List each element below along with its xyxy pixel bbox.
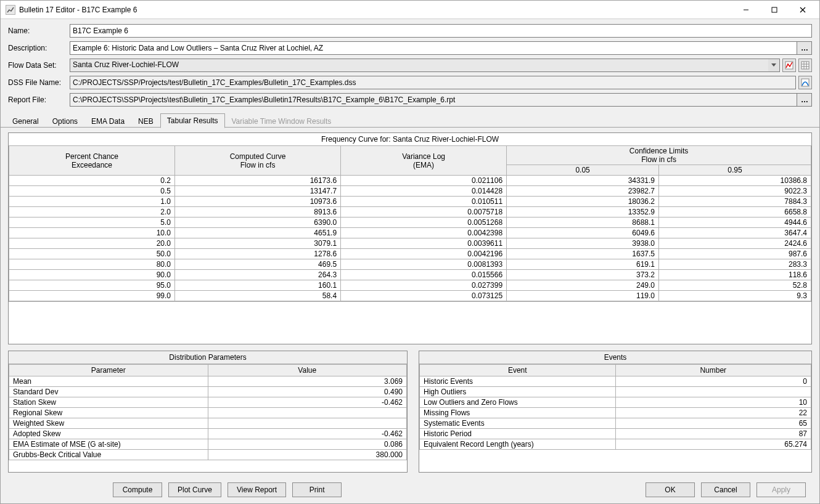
cell[interactable]: 80.0 <box>9 259 175 270</box>
cell[interactable]: 249.0 <box>507 280 659 291</box>
tab-ema-data[interactable]: EMA Data <box>84 114 131 128</box>
cell[interactable]: 0.0039611 <box>341 238 507 249</box>
cell[interactable]: 0.0081393 <box>341 259 507 270</box>
cell[interactable] <box>208 408 407 418</box>
table-row[interactable]: Adopted Skew-0.462 <box>9 429 407 439</box>
cell[interactable]: 13352.9 <box>507 207 659 217</box>
cell[interactable]: 0.073125 <box>341 291 507 301</box>
apply-button[interactable]: Apply <box>756 482 806 497</box>
flowset-combobox[interactable]: Santa Cruz River-Lochiel-FLOW <box>70 59 780 72</box>
cell[interactable]: 0.086 <box>208 439 407 450</box>
tab-general[interactable]: General <box>6 114 46 128</box>
table-row[interactable]: 1.010973.60.01051118036.27884.3 <box>9 197 811 207</box>
table-row[interactable]: EMA Estimate of MSE (G at-site)0.086 <box>9 439 407 450</box>
table-row[interactable]: Mean3.069 <box>9 376 407 387</box>
cell[interactable]: 3647.4 <box>659 228 811 238</box>
cell[interactable]: Standard Dev <box>9 387 208 397</box>
cell[interactable]: 0.2 <box>9 176 175 186</box>
cell[interactable]: 469.5 <box>175 259 341 270</box>
cell[interactable]: 3079.1 <box>175 238 341 249</box>
dssfile-dist-icon[interactable] <box>798 76 812 89</box>
cell[interactable]: 9022.3 <box>659 186 811 197</box>
tab-neb[interactable]: NEB <box>131 114 160 128</box>
cell[interactable]: Adopted Skew <box>9 429 208 439</box>
cell[interactable]: 0.015566 <box>341 270 507 280</box>
cell[interactable]: 65 <box>615 418 811 429</box>
cell[interactable]: 3938.0 <box>507 238 659 249</box>
table-row[interactable]: Standard Dev0.490 <box>9 387 407 397</box>
cell[interactable]: 118.6 <box>659 270 811 280</box>
ok-button[interactable]: OK <box>646 482 695 497</box>
cell[interactable]: 34331.9 <box>507 176 659 186</box>
cell[interactable]: 0 <box>615 376 811 387</box>
cell[interactable]: Systematic Events <box>420 418 616 429</box>
table-row[interactable]: 2.08913.60.007571813352.96658.8 <box>9 207 811 217</box>
cell[interactable]: 4944.6 <box>659 217 811 228</box>
cell[interactable]: 0.021106 <box>341 176 507 186</box>
view-report-button[interactable]: View Report <box>228 482 286 497</box>
cell[interactable]: 16173.6 <box>175 176 341 186</box>
reportfile-browse-button[interactable]: … <box>797 93 812 107</box>
minimize-button[interactable] <box>732 1 760 19</box>
cell[interactable]: 18036.2 <box>507 197 659 207</box>
cell[interactable]: 65.274 <box>615 439 811 450</box>
cell[interactable]: Missing Flows <box>420 408 616 418</box>
table-row[interactable]: 20.03079.10.00396113938.02424.6 <box>9 238 811 249</box>
compute-button[interactable]: Compute <box>113 482 162 497</box>
flowset-table-icon[interactable] <box>798 59 812 72</box>
cell[interactable]: 95.0 <box>9 280 175 291</box>
cell[interactable]: 119.0 <box>507 291 659 301</box>
cell[interactable]: 0.0051268 <box>341 217 507 228</box>
table-row[interactable]: Systematic Events65 <box>420 418 811 429</box>
cell[interactable]: 160.1 <box>175 280 341 291</box>
cell[interactable]: 10 <box>615 397 811 408</box>
plot-curve-button[interactable]: Plot Curve <box>168 482 221 497</box>
cell[interactable]: 264.3 <box>175 270 341 280</box>
cell[interactable]: EMA Estimate of MSE (G at-site) <box>9 439 208 450</box>
chevron-down-icon[interactable] <box>768 59 779 71</box>
close-button[interactable] <box>789 1 817 19</box>
cell[interactable] <box>615 387 811 397</box>
table-row[interactable]: 10.04651.90.00423986049.63647.4 <box>9 228 811 238</box>
table-row[interactable]: 50.01278.60.00421961637.5987.6 <box>9 249 811 259</box>
description-browse-button[interactable]: … <box>797 41 812 55</box>
cancel-button[interactable]: Cancel <box>701 482 750 497</box>
cell[interactable]: 0.0042398 <box>341 228 507 238</box>
cell[interactable]: 0.0075718 <box>341 207 507 217</box>
cell[interactable]: 6658.8 <box>659 207 811 217</box>
cell[interactable]: Historic Events <box>420 376 616 387</box>
tab-tabular-results[interactable]: Tabular Results <box>160 113 225 128</box>
description-input[interactable] <box>70 41 797 55</box>
cell[interactable]: 87 <box>615 429 811 439</box>
cell[interactable]: Equivalent Record Length (years) <box>420 439 616 450</box>
table-row[interactable]: Low Outliers and Zero Flows10 <box>420 397 811 408</box>
name-input[interactable] <box>70 24 812 38</box>
table-row[interactable]: Equivalent Record Length (years)65.274 <box>420 439 811 450</box>
table-row[interactable]: 0.216173.60.02110634331.910386.8 <box>9 176 811 186</box>
cell[interactable]: 0.0042196 <box>341 249 507 259</box>
cell[interactable]: Weighted Skew <box>9 418 208 429</box>
cell[interactable]: 8913.6 <box>175 207 341 217</box>
table-row[interactable]: 0.513147.70.01442823982.79022.3 <box>9 186 811 197</box>
cell[interactable]: 10973.6 <box>175 197 341 207</box>
cell[interactable]: 6049.6 <box>507 228 659 238</box>
reportfile-input[interactable] <box>70 93 797 107</box>
cell[interactable]: 58.4 <box>175 291 341 301</box>
cell[interactable]: 10386.8 <box>659 176 811 186</box>
table-row[interactable]: Regional Skew <box>9 408 407 418</box>
cell[interactable]: 1637.5 <box>507 249 659 259</box>
dssfile-input[interactable] <box>70 76 796 89</box>
cell[interactable]: Low Outliers and Zero Flows <box>420 397 616 408</box>
cell[interactable]: 90.0 <box>9 270 175 280</box>
cell[interactable]: 7884.3 <box>659 197 811 207</box>
cell[interactable]: 13147.7 <box>175 186 341 197</box>
cell[interactable]: 2424.6 <box>659 238 811 249</box>
table-row[interactable]: 99.058.40.073125119.09.3 <box>9 291 811 301</box>
cell[interactable]: 373.2 <box>507 270 659 280</box>
cell[interactable]: 380.000 <box>208 450 407 460</box>
table-row[interactable]: Missing Flows22 <box>420 408 811 418</box>
tab-options[interactable]: Options <box>46 114 84 128</box>
cell[interactable]: 619.1 <box>507 259 659 270</box>
cell[interactable]: 0.490 <box>208 387 407 397</box>
cell[interactable]: Station Skew <box>9 397 208 408</box>
